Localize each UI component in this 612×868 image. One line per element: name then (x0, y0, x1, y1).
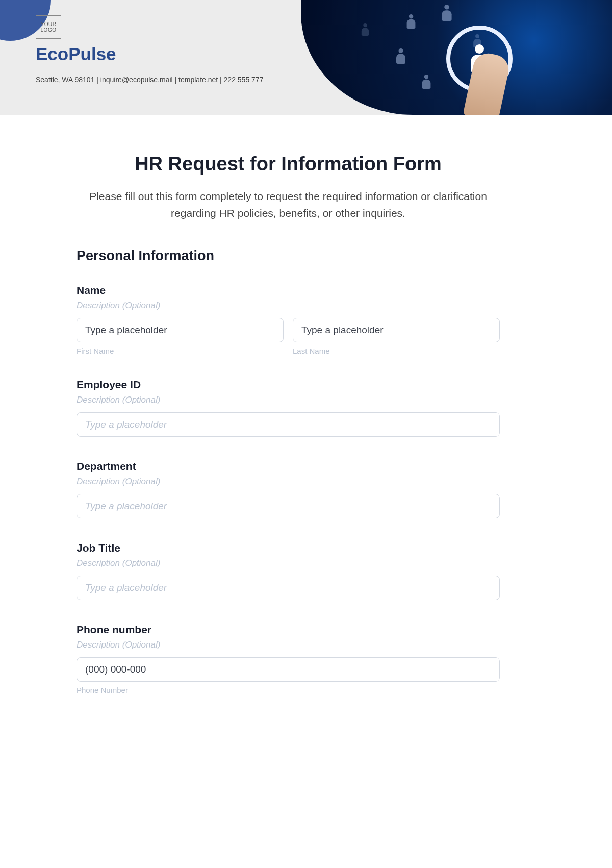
person-icon (361, 23, 370, 36)
logo-placeholder: YOUR LOGO (36, 15, 61, 39)
field-label-department: Department (76, 460, 500, 473)
field-label-employee-id: Employee ID (76, 379, 500, 391)
brand-name: EcoPulse (36, 44, 263, 64)
form-title: HR Request for Information Form (76, 153, 500, 175)
form-description: Please fill out this form completely to … (76, 188, 500, 221)
field-label-phone: Phone number (76, 624, 500, 636)
field-label-job-title: Job Title (76, 542, 500, 554)
field-desc-employee-id: Description (Optional) (76, 395, 500, 405)
first-name-sublabel: First Name (76, 346, 284, 355)
person-icon (421, 75, 431, 89)
employee-id-input[interactable] (76, 412, 500, 437)
field-desc-name: Description (Optional) (76, 301, 500, 311)
logo-text-1: YOUR (41, 21, 57, 27)
field-desc-job-title: Description (Optional) (76, 558, 500, 568)
field-desc-department: Description (Optional) (76, 477, 500, 487)
phone-input[interactable] (76, 657, 500, 682)
department-input[interactable] (76, 494, 500, 518)
hero-image (301, 0, 612, 115)
first-name-input[interactable] (76, 318, 284, 342)
hero-banner: YOUR LOGO EcoPulse Seattle, WA 98101 | i… (0, 0, 612, 115)
person-icon (406, 14, 416, 29)
field-job-title: Job Title Description (Optional) (76, 542, 500, 600)
section-personal-info: Personal Information (76, 248, 500, 264)
field-name: Name Description (Optional) First Name L… (76, 284, 500, 355)
person-icon (441, 5, 452, 21)
contact-line: Seattle, WA 98101 | inquire@ecopulse.mai… (36, 76, 263, 84)
field-employee-id: Employee ID Description (Optional) (76, 379, 500, 437)
form-page: HR Request for Information Form Please f… (66, 115, 546, 710)
last-name-input[interactable] (293, 318, 500, 342)
field-phone: Phone number Description (Optional) Phon… (76, 624, 500, 695)
field-label-name: Name (76, 284, 500, 296)
field-department: Department Description (Optional) (76, 460, 500, 518)
hero-content: YOUR LOGO EcoPulse Seattle, WA 98101 | i… (36, 15, 263, 84)
field-desc-phone: Description (Optional) (76, 640, 500, 650)
last-name-sublabel: Last Name (293, 346, 500, 355)
person-icon (396, 48, 406, 64)
job-title-input[interactable] (76, 576, 500, 600)
phone-sublabel: Phone Number (76, 686, 500, 695)
logo-text-2: LOGO (41, 27, 57, 33)
